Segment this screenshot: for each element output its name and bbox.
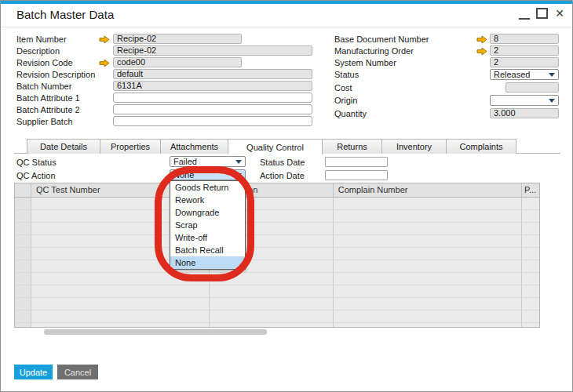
table-row[interactable] — [15, 235, 539, 248]
tab-attachments[interactable]: Attachments — [160, 139, 228, 154]
table-cell — [522, 210, 539, 223]
supplier-batch-input[interactable] — [113, 116, 312, 126]
qc-action-dropdown[interactable]: None — [170, 169, 246, 180]
status-dropdown-value: Released — [494, 70, 530, 79]
table-cell — [522, 223, 539, 235]
table-cell — [334, 248, 522, 260]
table-cell — [15, 235, 31, 248]
table-cell — [334, 285, 522, 298]
qc-status-dropdown[interactable]: Failed — [170, 156, 246, 167]
table-cell — [31, 298, 210, 310]
table-cell — [15, 285, 31, 298]
table-cell — [334, 223, 522, 235]
tab-inventory[interactable]: Inventory — [381, 139, 447, 154]
table-row[interactable] — [15, 248, 539, 260]
table-row[interactable] — [15, 273, 539, 285]
link-arrow-icon[interactable] — [476, 47, 487, 56]
chevron-down-icon — [235, 173, 242, 177]
revision-code-label: Revision Code — [16, 58, 73, 68]
table-cell — [31, 285, 210, 298]
table-row[interactable] — [15, 285, 539, 298]
dropdown-option-rework[interactable]: Rework — [170, 194, 245, 206]
table-row[interactable] — [15, 210, 539, 223]
dropdown-option-goods-return[interactable]: Goods Return — [170, 181, 245, 194]
description-field: Recipe-02 — [113, 45, 312, 56]
batch-master-data-window: Batch Master Data ✕ Item Number Recipe-0… — [0, 0, 573, 392]
batch-attribute-2-label: Batch Attribute 2 — [16, 105, 80, 115]
tab-quality-control[interactable]: Quality Control — [228, 139, 323, 154]
origin-dropdown[interactable] — [490, 95, 559, 106]
status-dropdown[interactable]: Released — [490, 69, 559, 80]
qc-action-dropdown-list: Goods Return Rework Downgrade Scrap Writ… — [170, 180, 246, 270]
table-row[interactable] — [15, 223, 539, 235]
cost-label: Cost — [334, 83, 352, 93]
dropdown-option-downgrade[interactable]: Downgrade — [170, 206, 245, 219]
dropdown-option-none[interactable]: None — [170, 256, 245, 269]
system-number-field: 2 — [490, 57, 559, 67]
table-header-row: QC Test Number Description Complain Numb… — [15, 183, 539, 198]
table-row[interactable] — [15, 198, 539, 210]
update-button[interactable]: Update — [14, 365, 53, 379]
table-cell — [15, 260, 31, 273]
table-cell — [334, 310, 522, 323]
dropdown-option-scrap[interactable]: Scrap — [170, 219, 245, 231]
table-cell — [522, 285, 539, 298]
table-cell — [210, 298, 334, 310]
table-cell — [15, 323, 31, 328]
action-date-input[interactable] — [325, 170, 388, 180]
batch-attribute-1-label: Batch Attribute 1 — [16, 93, 80, 103]
table-row[interactable] — [15, 298, 539, 310]
link-arrow-icon[interactable] — [99, 59, 110, 67]
link-arrow-icon[interactable] — [476, 35, 487, 44]
revision-description-label: Revision Description — [16, 70, 95, 80]
tab-properties[interactable]: Properties — [100, 139, 161, 154]
table-cell — [31, 323, 210, 328]
table-row[interactable] — [15, 310, 539, 323]
table-cell — [210, 323, 334, 328]
cancel-button[interactable]: Cancel — [57, 365, 98, 379]
link-arrow-icon[interactable] — [99, 35, 110, 44]
column-header-complain-number: Complain Number — [334, 183, 522, 198]
system-number-label: System Number — [334, 58, 396, 68]
horizontal-scrollbar-thumb[interactable] — [44, 329, 267, 335]
batch-attribute-1-input[interactable] — [113, 93, 312, 103]
table-row[interactable] — [15, 260, 539, 273]
table-row[interactable] — [15, 323, 539, 328]
tab-complaints[interactable]: Complaints — [446, 139, 516, 154]
table-cell — [522, 248, 539, 260]
dropdown-option-batch-recall[interactable]: Batch Recall — [170, 244, 245, 256]
tab-returns[interactable]: Returns — [322, 139, 382, 154]
table-cell — [522, 260, 539, 273]
close-icon[interactable]: ✕ — [553, 5, 567, 21]
column-header-p: P... — [522, 183, 539, 198]
window-accent-stripe — [1, 1, 572, 4]
table-cell — [210, 273, 334, 285]
description-label: Description — [16, 46, 60, 56]
tab-date-details[interactable]: Date Details — [27, 139, 100, 154]
chevron-down-icon — [549, 73, 555, 77]
table-cell — [522, 273, 539, 285]
maximize-icon[interactable] — [536, 8, 548, 19]
qc-action-label: QC Action — [16, 171, 56, 181]
qc-status-label: QC Status — [16, 158, 57, 168]
table-cell — [522, 298, 539, 310]
window-title: Batch Master Data — [16, 8, 114, 21]
table-cell — [31, 273, 210, 285]
table-cell — [522, 310, 539, 323]
batch-attribute-2-input[interactable] — [113, 104, 312, 114]
status-date-input[interactable] — [325, 157, 388, 167]
table-cell — [522, 235, 539, 248]
minimize-button[interactable] — [517, 9, 531, 21]
table-cell — [15, 223, 31, 235]
supplier-batch-label: Supplier Batch — [16, 117, 73, 127]
table-cell — [334, 210, 522, 223]
table-cell — [15, 273, 31, 285]
table-body — [15, 198, 539, 328]
dropdown-option-write-off[interactable]: Write-off — [170, 231, 245, 244]
quantity-field: 3.000 — [490, 108, 559, 118]
table-cell — [15, 248, 31, 260]
base-document-number-label: Base Document Number — [334, 34, 429, 45]
chevron-down-icon — [549, 99, 555, 103]
batch-number-field: 6131A — [113, 81, 312, 91]
table-cell — [15, 298, 31, 310]
